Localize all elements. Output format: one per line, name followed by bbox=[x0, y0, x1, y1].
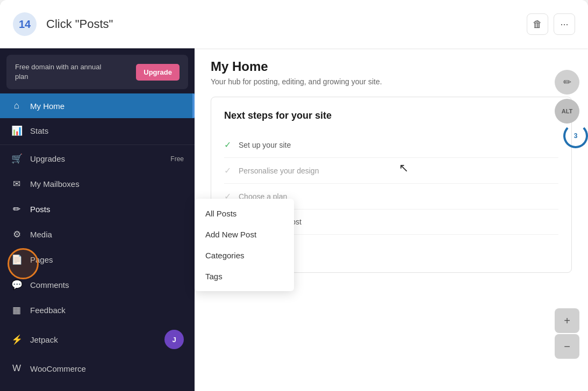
sidebar-item-woocommerce[interactable]: W WooCommerce bbox=[0, 356, 195, 381]
mail-icon: ✉ bbox=[11, 178, 23, 190]
edit-fab[interactable]: ✏ bbox=[555, 70, 579, 95]
alt-label: ALT bbox=[562, 108, 573, 114]
submenu-item-add-new-post[interactable]: Add New Post bbox=[195, 224, 294, 245]
more-button[interactable]: ··· bbox=[554, 13, 575, 35]
sidebar-item-label: Upgrades bbox=[30, 154, 163, 163]
step-badge: 14 bbox=[13, 12, 37, 36]
sidebar-item-my-home[interactable]: ⌂ My Home bbox=[0, 93, 195, 118]
sidebar-item-mailboxes[interactable]: ✉ My Mailboxes bbox=[0, 171, 195, 197]
sidebar-item-label: Media bbox=[30, 230, 184, 239]
stats-icon: 📊 bbox=[11, 125, 23, 136]
alt-fab[interactable]: ALT bbox=[555, 99, 579, 124]
woo-icon: W bbox=[11, 363, 23, 374]
upgrades-icon: 🛒 bbox=[11, 153, 23, 164]
submenu-item-all-posts[interactable]: All Posts bbox=[195, 203, 294, 224]
sidebar-item-pages[interactable]: 📄 Pages bbox=[0, 247, 195, 272]
comments-icon: 💬 bbox=[11, 279, 23, 291]
content-title: My Home bbox=[211, 59, 572, 74]
step-check-icon: ✓ bbox=[224, 140, 231, 150]
step-design[interactable]: ✓ Personalise your design bbox=[224, 158, 558, 184]
upgrade-banner: Free domain with an annual plan Upgrade bbox=[6, 55, 188, 89]
sidebar-item-stats[interactable]: 📊 Stats bbox=[0, 118, 195, 143]
sidebar-item-label: Feedback bbox=[30, 306, 184, 315]
top-bar-actions: 🗑 ··· bbox=[527, 13, 575, 35]
content-subtitle: Your hub for posting, editing, and growi… bbox=[211, 77, 572, 86]
fab-group: ✏ ALT bbox=[555, 70, 579, 124]
page-title: Click "Posts" bbox=[46, 17, 527, 31]
upgrade-button[interactable]: Upgrade bbox=[136, 64, 180, 81]
step-check-icon: ✓ bbox=[224, 165, 231, 176]
sidebar-item-label: My Mailboxes bbox=[30, 179, 184, 189]
sidebar-item-label: Jetpack bbox=[30, 335, 157, 344]
sidebar-item-label: My Home bbox=[30, 102, 184, 111]
submenu-item-categories[interactable]: Categories bbox=[195, 245, 294, 266]
sidebar-item-label: Stats bbox=[30, 126, 184, 135]
posts-icon: ✏ bbox=[11, 204, 23, 215]
sidebar-item-label: Pages bbox=[30, 255, 184, 264]
submenu-item-tags[interactable]: Tags bbox=[195, 266, 294, 287]
sidebar: Free domain with an annual plan Upgrade … bbox=[0, 48, 195, 391]
media-icon: ⚙ bbox=[11, 229, 23, 240]
zoom-in-button[interactable]: + bbox=[555, 308, 579, 333]
sidebar-item-upgrades[interactable]: 🛒 Upgrades Free bbox=[0, 146, 195, 171]
delete-button[interactable]: 🗑 bbox=[527, 13, 548, 35]
main-layout: Free domain with an annual plan Upgrade … bbox=[0, 48, 588, 391]
sidebar-item-label: Posts bbox=[30, 205, 184, 214]
edit-icon: ✏ bbox=[563, 76, 571, 88]
sidebar-item-media[interactable]: ⚙ Media bbox=[0, 222, 195, 247]
progress-value: 3 bbox=[563, 124, 588, 148]
sidebar-item-comments[interactable]: 💬 Comments bbox=[0, 272, 195, 298]
sidebar-item-jetpack[interactable]: ⚡ Jetpack J bbox=[0, 323, 195, 356]
sidebar-item-label: WooCommerce bbox=[30, 364, 184, 373]
feedback-icon: ▦ bbox=[11, 305, 23, 316]
step-label: Set up your site bbox=[239, 141, 291, 149]
sidebar-item-posts[interactable]: ✏ Posts bbox=[0, 197, 195, 222]
zoom-controls: + − bbox=[555, 308, 579, 359]
content-header: My Home Your hub for posting, editing, a… bbox=[211, 59, 572, 86]
sidebar-item-label: Comments bbox=[30, 280, 184, 289]
home-icon: ⌂ bbox=[11, 100, 23, 111]
posts-submenu: All Posts Add New Post Categories Tags bbox=[195, 199, 294, 291]
step-label: Personalise your design bbox=[239, 166, 319, 175]
step-setup[interactable]: ✓ Set up your site bbox=[224, 132, 558, 158]
upgrades-badge: Free bbox=[170, 155, 184, 163]
pages-icon: 📄 bbox=[11, 254, 23, 265]
steps-card-title: Next steps for your site bbox=[224, 110, 558, 121]
jetpack-icon: ⚡ bbox=[11, 334, 23, 345]
top-bar: 14 Click "Posts" 🗑 ··· bbox=[0, 0, 588, 48]
zoom-out-button[interactable]: − bbox=[555, 334, 579, 359]
avatar: J bbox=[164, 330, 184, 349]
progress-ring: 3 bbox=[563, 124, 588, 150]
sidebar-item-feedback[interactable]: ▦ Feedback bbox=[0, 298, 195, 323]
upgrade-banner-text: Free domain with an annual plan bbox=[15, 62, 112, 82]
